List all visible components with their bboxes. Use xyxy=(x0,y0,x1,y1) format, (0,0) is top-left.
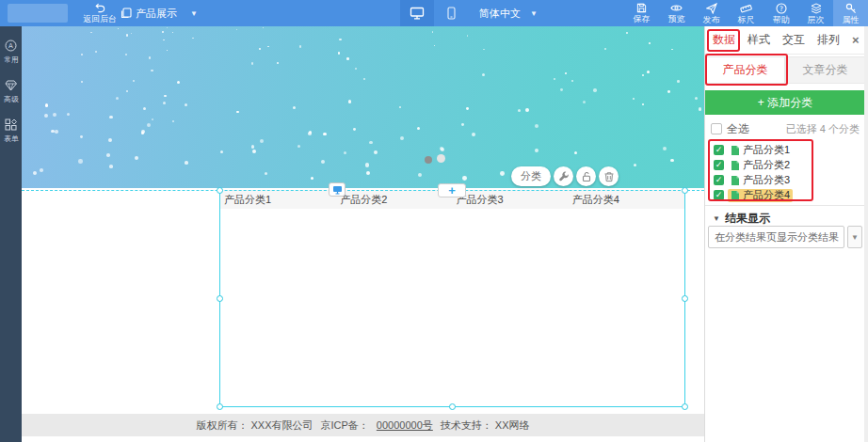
rail-item-form[interactable]: 表单 xyxy=(0,118,22,145)
back-to-admin-button[interactable]: 返回后台 xyxy=(79,0,121,26)
svg-text:?: ? xyxy=(780,4,783,12)
layers-button[interactable]: 层次 xyxy=(798,0,833,26)
page-selector[interactable]: 产品展示 ▼ xyxy=(121,0,198,26)
checked-checkbox[interactable]: ✓ xyxy=(714,160,724,170)
category-tab-4[interactable]: 产品分类4 xyxy=(569,190,684,209)
snow-dot xyxy=(108,138,112,142)
panel-tab-style[interactable]: 样式 xyxy=(747,32,770,48)
snow-dot xyxy=(265,172,267,175)
snow-dot xyxy=(167,27,168,28)
category-tab-1[interactable]: 产品分类1 xyxy=(220,190,336,209)
chevron-down-icon: ▼ xyxy=(530,9,538,18)
rail-item-common[interactable]: A 常用 xyxy=(0,39,22,66)
dropdown-arrow-button[interactable]: ▼ xyxy=(847,226,862,248)
rail-label-advanced: 高级 xyxy=(4,94,18,104)
triangle-down-icon: ▼ xyxy=(713,214,720,223)
category-settings-button[interactable]: 分类 xyxy=(511,166,551,186)
back-label: 返回后台 xyxy=(83,14,117,24)
snow-dot xyxy=(472,133,475,136)
snow-dot xyxy=(95,51,97,53)
result-display-section-header[interactable]: ▼ 结果显示 xyxy=(713,211,770,227)
edit-module-button[interactable] xyxy=(554,166,573,186)
snow-dot xyxy=(33,171,37,175)
paper-plane-icon xyxy=(706,3,717,14)
select-all-row: 全选 已选择 4 个分类 xyxy=(711,119,860,138)
gem-icon xyxy=(5,79,17,91)
select-all-checkbox[interactable] xyxy=(711,123,722,134)
snow-dot xyxy=(663,147,667,150)
module-device-handle[interactable] xyxy=(329,182,346,197)
carousel-dot[interactable] xyxy=(437,154,445,163)
category-tab-3[interactable]: 产品分类3 xyxy=(453,190,569,209)
checked-checkbox[interactable]: ✓ xyxy=(714,190,724,200)
add-category-button[interactable]: + 添加分类 xyxy=(705,90,865,115)
help-button[interactable]: ? 帮助 xyxy=(764,0,798,26)
category-label: 产品分类4 xyxy=(743,188,790,202)
result-display-select[interactable]: 在分类结果页显示分类结果 xyxy=(708,226,844,248)
resize-handle-bottom-mid[interactable] xyxy=(449,403,456,410)
category-row-4-selected[interactable]: ✓ 产品分类4 xyxy=(714,188,836,202)
snow-dot xyxy=(626,32,628,34)
publish-label: 发布 xyxy=(703,15,720,24)
snow-dot xyxy=(109,116,112,118)
checked-checkbox[interactable]: ✓ xyxy=(714,145,724,155)
banner[interactable] xyxy=(22,26,704,188)
snow-dot xyxy=(80,135,83,138)
type-tab-product[interactable]: 产品分类 xyxy=(705,56,785,84)
resize-handle-top-left[interactable] xyxy=(217,187,223,194)
desktop-view-button[interactable] xyxy=(400,0,434,26)
snow-dot xyxy=(116,97,119,100)
add-module-handle[interactable]: + xyxy=(438,183,466,197)
properties-button[interactable]: 属性 xyxy=(833,0,868,26)
snow-dot xyxy=(535,149,538,152)
category-row-1[interactable]: ✓ 产品分类1 xyxy=(714,143,836,157)
selection-guide-line xyxy=(22,190,704,191)
snow-dot xyxy=(141,132,145,135)
ruler-button[interactable]: 标尺 xyxy=(729,0,764,26)
snow-dot xyxy=(695,97,698,100)
resize-handle-bottom-right[interactable] xyxy=(682,403,688,410)
save-button[interactable]: 保存 xyxy=(624,0,659,26)
delete-module-button[interactable] xyxy=(599,166,619,186)
panel-scrollbar[interactable] xyxy=(864,26,868,442)
snow-dot xyxy=(106,153,110,157)
snow-dot xyxy=(53,113,56,117)
footer-icp-link[interactable]: 00000000号 xyxy=(377,418,433,433)
snow-dot xyxy=(163,39,164,40)
resize-handle-mid-left[interactable] xyxy=(217,295,223,302)
top-toolbar: 返回后台 产品展示 ▼ 简体中文 ▼ 保存 预览 发布 标尺 ? xyxy=(0,0,868,26)
category-settings-label: 分类 xyxy=(521,169,541,183)
category-tab-2[interactable]: 产品分类2 xyxy=(336,190,452,209)
snow-dot xyxy=(236,29,237,30)
mobile-view-button[interactable] xyxy=(436,0,466,26)
close-icon[interactable]: × xyxy=(852,33,860,47)
category-label: 产品分类3 xyxy=(743,173,790,187)
checked-checkbox[interactable]: ✓ xyxy=(714,175,724,185)
preview-button[interactable]: 预览 xyxy=(659,0,694,26)
carousel-dot-active[interactable] xyxy=(425,156,432,164)
snow-dot xyxy=(417,127,420,130)
lock-module-button[interactable] xyxy=(576,166,596,186)
snow-dot xyxy=(649,42,651,44)
category-row-2[interactable]: ✓ 产品分类2 xyxy=(714,158,836,172)
resize-handle-top-right[interactable] xyxy=(682,187,688,194)
panel-tab-arrange[interactable]: 排列 xyxy=(817,32,840,48)
doc-icon xyxy=(731,145,740,156)
category-row-3[interactable]: ✓ 产品分类3 xyxy=(714,173,836,187)
resize-handle-mid-right[interactable] xyxy=(682,295,688,302)
unlock-icon xyxy=(581,171,592,182)
resize-handle-bottom-left[interactable] xyxy=(217,403,223,410)
publish-button[interactable]: 发布 xyxy=(694,0,729,26)
panel-tab-interact[interactable]: 交互 xyxy=(782,32,805,48)
language-selector[interactable]: 简体中文 ▼ xyxy=(475,0,538,26)
category-label: 产品分类1 xyxy=(743,143,790,157)
type-tab-article[interactable]: 文章分类 xyxy=(785,56,865,84)
panel-tab-data[interactable]: 数据 xyxy=(713,32,735,48)
snow-dot xyxy=(109,165,113,168)
snow-dot xyxy=(670,159,674,163)
snow-dot xyxy=(133,80,135,82)
snow-dot xyxy=(152,118,154,121)
selected-product-category-module[interactable]: 产品分类1 产品分类2 产品分类3 产品分类4 xyxy=(219,190,685,407)
rail-item-advanced[interactable]: 高级 xyxy=(0,79,22,105)
snow-dot xyxy=(677,80,680,83)
